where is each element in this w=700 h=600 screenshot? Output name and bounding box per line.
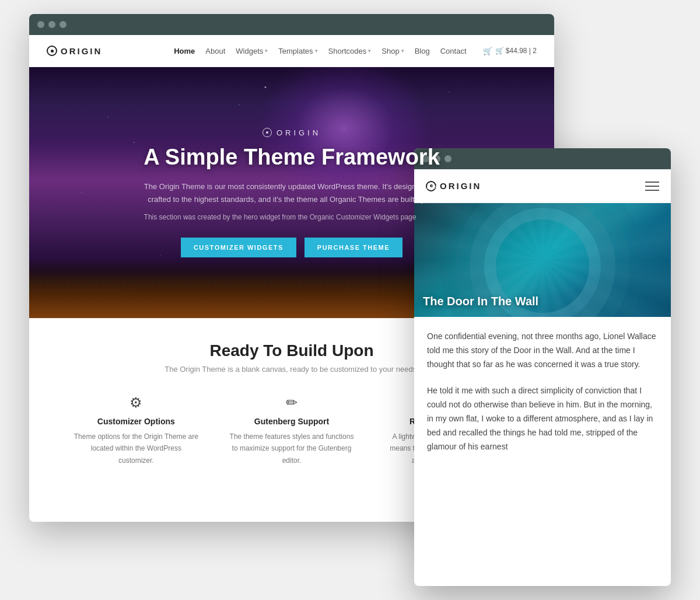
mobile-hero-title: The Door In The Wall xyxy=(423,295,538,308)
feature-gutenberg-desc: The theme features styles and functions … xyxy=(229,431,355,466)
cart-icon: 🛒 xyxy=(483,47,492,55)
nav-link-home[interactable]: Home xyxy=(174,47,195,55)
pencil-icon: ✏ xyxy=(229,395,355,411)
mobile-para-1: One confidential evening, not three mont… xyxy=(427,330,658,371)
nav-link-shortcodes[interactable]: Shortcodes ▾ xyxy=(328,47,372,55)
desktop-titlebar xyxy=(29,14,554,35)
logo-text: ORIGIN xyxy=(61,46,102,56)
hamburger-line xyxy=(645,186,659,187)
hero-buttons: CUSTOMIZER WIDGETS PURCHASE THEME xyxy=(140,238,443,257)
chevron-down-icon: ▾ xyxy=(265,48,268,54)
mobile-dot-green xyxy=(444,155,452,162)
desktop-navbar: ORIGIN Home About Widgets ▾ Templates ▾ xyxy=(29,35,554,67)
feature-customizer-title: Customizer Options xyxy=(73,417,200,426)
mobile-hero-image: The Door In The Wall xyxy=(414,203,671,317)
nav-link-blog[interactable]: Blog xyxy=(415,47,430,55)
hero-note: This section was created by the hero wid… xyxy=(140,213,420,221)
mobile-content: One confidential evening, not three mont… xyxy=(414,317,671,454)
nav-link-templates[interactable]: Templates ▾ xyxy=(278,47,317,55)
traffic-dot-green xyxy=(60,21,66,28)
mobile-titlebar xyxy=(414,148,671,169)
feature-customizer: ⚙ Customizer Options Theme options for t… xyxy=(64,395,208,466)
hamburger-menu-button[interactable] xyxy=(645,182,659,191)
nav-links: Home About Widgets ▾ Templates ▾ Shortco… xyxy=(174,47,537,55)
mobile-para-2: He told it me with such a direct simplic… xyxy=(427,384,658,454)
mobile-navbar: ORIGIN xyxy=(414,169,671,203)
hero-logo-icon xyxy=(262,128,272,137)
hero-title: A Simple Theme Framework xyxy=(140,145,443,170)
chevron-down-icon: ▾ xyxy=(401,48,404,54)
hamburger-line xyxy=(645,182,659,183)
nav-link-about[interactable]: About xyxy=(205,47,225,55)
nav-link-contact[interactable]: Contact xyxy=(440,47,467,55)
traffic-dot-yellow xyxy=(48,21,55,28)
desktop-logo[interactable]: ORIGIN xyxy=(47,46,102,56)
nav-link-widgets[interactable]: Widgets ▾ xyxy=(236,47,268,55)
logo-icon xyxy=(47,46,57,56)
chevron-down-icon: ▾ xyxy=(368,48,371,54)
mobile-browser-window: ORIGIN The Door In The Wall One confiden… xyxy=(414,148,671,586)
hero-subtitle: The Origin Theme is our most consistentl… xyxy=(140,180,443,206)
purchase-theme-button[interactable]: PURCHASE THEME xyxy=(304,238,402,257)
hero-content: ORIGIN A Simple Theme Framework The Orig… xyxy=(140,128,443,257)
gear-icon: ⚙ xyxy=(73,395,200,411)
scene: ORIGIN Home About Widgets ▾ Templates ▾ xyxy=(29,14,671,586)
cart-button[interactable]: 🛒 🛒 $44.98 | 2 xyxy=(483,47,537,55)
feature-customizer-desc: Theme options for the Origin Theme are l… xyxy=(73,431,200,466)
feature-gutenberg-title: Gutenberg Support xyxy=(229,417,355,426)
nav-link-shop[interactable]: Shop ▾ xyxy=(382,47,404,55)
customizer-widgets-button[interactable]: CUSTOMIZER WIDGETS xyxy=(181,238,296,257)
hamburger-line xyxy=(645,190,659,191)
traffic-dot-red xyxy=(37,21,44,28)
feature-gutenberg: ✏ Gutenberg Support The theme features s… xyxy=(220,395,364,466)
chevron-down-icon: ▾ xyxy=(315,48,318,54)
hero-logo: ORIGIN xyxy=(140,128,443,137)
